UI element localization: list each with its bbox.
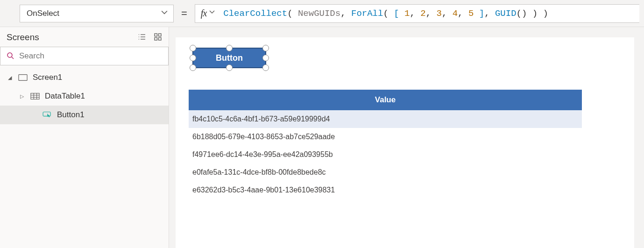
- resize-handle[interactable]: [262, 45, 269, 51]
- svg-rect-18: [43, 112, 50, 116]
- resize-handle[interactable]: [262, 64, 269, 71]
- panel-title: Screens: [7, 32, 39, 43]
- resize-handle[interactable]: [262, 55, 269, 61]
- list-icon[interactable]: [138, 33, 146, 43]
- table-row[interactable]: f4971ee6-dc14-4e3e-995a-ee42a093955b: [189, 146, 582, 163]
- fx-icon: fx: [201, 8, 206, 19]
- svg-rect-13: [31, 93, 39, 99]
- screens-panel: Screens: [0, 27, 169, 248]
- resize-handle[interactable]: [190, 45, 196, 51]
- tree-label: Screen1: [33, 73, 62, 82]
- canvas[interactable]: Button Value fb4c10c5-4c6a-4bf1-b673-a59…: [169, 27, 644, 248]
- grid-icon[interactable]: [154, 33, 162, 43]
- formula-text[interactable]: ClearCollect( NewGUIDs, ForAll( [ 1, 2, …: [223, 8, 548, 19]
- table-row[interactable]: e63262d3-b5c3-4aae-9b01-13e610e39831: [189, 181, 582, 199]
- tree-view: ◢ Screen1 ▷ DataTable1: [0, 65, 169, 124]
- property-selected: OnSelect: [27, 9, 59, 18]
- svg-rect-6: [155, 34, 157, 36]
- stage[interactable]: Button Value fb4c10c5-4c6a-4bf1-b673-a59…: [176, 37, 634, 248]
- svg-point-10: [7, 53, 12, 57]
- formula-input[interactable]: fx ClearCollect( NewGUIDs, ForAll( [ 1, …: [195, 4, 639, 23]
- search-input-wrap[interactable]: [0, 47, 169, 65]
- button-icon: [42, 111, 52, 119]
- canvas-datatable[interactable]: Value fb4c10c5-4c6a-4bf1-b673-a59e919999…: [189, 90, 582, 199]
- svg-rect-8: [155, 37, 157, 40]
- svg-line-11: [12, 57, 14, 59]
- table-row[interactable]: 6b188d05-679e-4103-8653-ab7ce529aade: [189, 128, 582, 146]
- chevron-down-icon: [161, 9, 168, 17]
- search-input[interactable]: [19, 51, 163, 61]
- screen-icon: [18, 74, 28, 81]
- chevron-down-icon[interactable]: [209, 9, 215, 17]
- resize-handle[interactable]: [226, 64, 233, 71]
- tree-item-screen1[interactable]: ◢ Screen1: [0, 68, 169, 87]
- resize-handle[interactable]: [190, 64, 196, 71]
- table-row[interactable]: fb4c10c5-4c6a-4bf1-b673-a59e919999d4: [189, 110, 582, 128]
- canvas-button[interactable]: Button: [192, 48, 266, 68]
- button-text: Button: [216, 53, 243, 63]
- resize-handle[interactable]: [190, 55, 196, 61]
- property-dropdown[interactable]: OnSelect: [20, 5, 174, 22]
- tree-item-button1[interactable]: Button1: [0, 106, 169, 124]
- svg-rect-7: [159, 34, 162, 36]
- table-header[interactable]: Value: [189, 90, 582, 110]
- tree-label: DataTable1: [45, 92, 85, 101]
- formula-bar: OnSelect = fx ClearCollect( NewGUIDs, Fo…: [0, 0, 644, 27]
- expand-icon[interactable]: ▷: [19, 93, 25, 99]
- collapse-icon[interactable]: ◢: [7, 75, 13, 81]
- svg-rect-9: [159, 37, 162, 40]
- resize-handle[interactable]: [226, 45, 233, 51]
- table-icon: [30, 92, 40, 100]
- search-icon: [6, 51, 14, 61]
- equals-label: =: [179, 7, 189, 20]
- svg-rect-12: [19, 75, 27, 81]
- tree-item-datatable1[interactable]: ▷ DataTable1: [0, 87, 169, 106]
- table-row[interactable]: e0fafe5a-131c-4dce-bf8b-00fde8bede8c: [189, 163, 582, 181]
- tree-label: Button1: [57, 110, 85, 120]
